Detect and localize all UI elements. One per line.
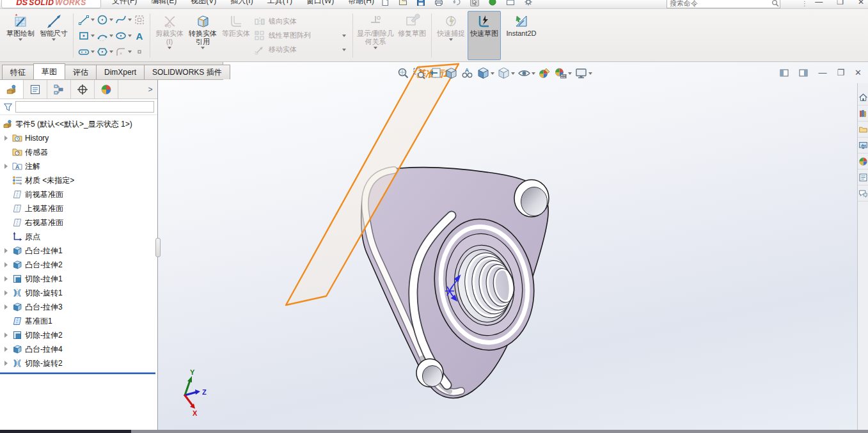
point-tool-icon[interactable] [133, 45, 146, 58]
display-style-dropdown-icon[interactable] [511, 72, 515, 75]
tree-item-material[interactable]: 材质 <未指定> [0, 173, 157, 187]
view-orientation-button[interactable] [476, 66, 495, 81]
slot-dropdown-icon[interactable] [91, 51, 95, 53]
tree-item-origin[interactable]: 原点 [0, 230, 157, 244]
line-dropdown-icon[interactable] [91, 19, 95, 21]
rapid-sketch-button[interactable]: 快速草图 [468, 11, 501, 60]
menu-view[interactable]: 视图(V) [191, 0, 216, 6]
custom-properties-tab[interactable] [858, 169, 868, 185]
configurationmanager-tab[interactable] [47, 80, 71, 98]
expand-arrow-icon[interactable] [3, 262, 10, 267]
solidworks-resources-tab[interactable] [858, 90, 868, 106]
pane-right-icon[interactable] [799, 68, 808, 77]
tree-item-boss-extrude4[interactable]: 凸台-拉伸4 [0, 342, 157, 356]
tree-item-sensors[interactable]: 传感器 [0, 145, 157, 159]
part-body[interactable] [361, 168, 549, 398]
zoom-to-area-icon[interactable] [413, 67, 426, 80]
ellipse-dropdown-icon[interactable] [128, 35, 132, 37]
design-library-tab[interactable] [858, 106, 868, 122]
tab-sketch[interactable]: 草图 [33, 63, 65, 79]
view-settings-button[interactable] [574, 66, 593, 81]
dimxpertmanager-tab[interactable] [71, 80, 95, 98]
circle-tool-icon[interactable] [96, 13, 109, 26]
arc-tool-icon[interactable] [96, 29, 109, 42]
options-gear-icon[interactable] [524, 0, 533, 6]
tab-solidworks-addins[interactable]: SOLIDWORKS 插件 [144, 65, 230, 79]
text-tool-icon[interactable]: A [133, 29, 146, 42]
tree-filter-input[interactable] [15, 101, 154, 113]
tab-dimxpert[interactable]: DimXpert [96, 65, 145, 79]
pattern-box-tool-icon[interactable] [133, 13, 146, 26]
polygon-tool-icon[interactable] [96, 45, 109, 58]
line-tool-icon[interactable] [77, 13, 90, 26]
rectangle-dropdown-icon[interactable] [91, 35, 95, 37]
expand-arrow-icon[interactable] [3, 164, 10, 169]
instant2d-button[interactable]: Instant2D [501, 11, 542, 60]
polygon-dropdown-icon[interactable] [109, 51, 113, 53]
sketch-dropdown-icon[interactable] [19, 38, 22, 41]
select-cursor-icon[interactable] [470, 0, 479, 6]
save-icon[interactable] [416, 0, 425, 6]
expand-arrow-icon[interactable] [3, 290, 10, 295]
tree-item-front-plane[interactable]: 前视基准面 [0, 187, 157, 201]
convert-dropdown-icon[interactable] [201, 47, 205, 49]
rebuild-icon[interactable] [488, 0, 497, 6]
window-icon[interactable] [506, 0, 515, 6]
display-style-button[interactable] [496, 66, 516, 81]
tree-item-annotations[interactable]: 注解 [0, 159, 157, 173]
tree-item-right-plane[interactable]: 右视基准面 [0, 216, 157, 230]
smart-dimension-button[interactable]: 智能尺寸 [37, 11, 70, 60]
rollback-bar[interactable] [0, 372, 155, 374]
close-button[interactable]: ✕ [858, 0, 864, 6]
sketch-button[interactable]: * 草图绘制 [4, 11, 37, 60]
expand-arrow-icon[interactable] [3, 248, 10, 253]
circle-dropdown-icon[interactable] [109, 19, 113, 21]
slot-tool-icon[interactable] [77, 45, 90, 58]
appearances-scenes-tab[interactable] [858, 154, 868, 169]
spline-dropdown-icon[interactable] [128, 19, 132, 21]
convert-entities-button[interactable]: 转换实体引用 [186, 11, 219, 60]
panel-splitter-handle[interactable] [155, 238, 161, 257]
tree-item-plane1[interactable]: 基准面1 [0, 314, 157, 328]
menu-tools[interactable]: 工具(T) [267, 0, 292, 6]
fillet-dropdown-icon[interactable] [128, 51, 132, 53]
tab-features[interactable]: 特征 [2, 65, 34, 79]
menu-insert[interactable]: 插入(I) [230, 0, 253, 6]
restore-button[interactable]: ❐ [837, 0, 844, 6]
graphics-area[interactable]: 基准面1 Y Z X A — ❐ ✕ [158, 62, 868, 430]
minimize-button[interactable]: — [815, 0, 823, 6]
rectangle-tool-icon[interactable] [77, 29, 90, 42]
menu-window[interactable]: 窗口(W) [306, 0, 334, 6]
ellipse-tool-icon[interactable] [114, 29, 127, 42]
arc-dropdown-icon[interactable] [109, 35, 113, 37]
open-file-icon[interactable] [398, 0, 407, 6]
tree-root-part[interactable]: 零件5 (默认<<默认>_显示状态 1>) [0, 117, 157, 131]
tree-item-cut-revolve1[interactable]: 切除-旋转1 [0, 286, 157, 300]
menu-edit[interactable]: 编辑(E) [151, 0, 177, 6]
mounting-hole-bottom[interactable] [416, 359, 443, 387]
doc-restore-button[interactable]: ❐ [837, 68, 844, 77]
view-annotations-icon[interactable]: A [461, 67, 474, 80]
expand-arrow-icon[interactable] [3, 304, 10, 310]
mounting-hole-top[interactable] [514, 180, 549, 217]
expand-arrow-icon[interactable] [3, 333, 10, 338]
view-settings-dropdown-icon[interactable] [588, 72, 592, 75]
tree-item-history[interactable]: History [0, 131, 157, 145]
featuremanager-tree-tab[interactable] [0, 80, 24, 98]
tree-item-boss-extrude1[interactable]: 凸台-拉伸1 [0, 244, 157, 258]
expand-arrow-icon[interactable] [3, 136, 10, 141]
apply-scene-dropdown-icon[interactable] [568, 72, 572, 75]
tree-item-boss-extrude3[interactable]: 凸台-拉伸3 [0, 300, 157, 314]
smart-dimension-dropdown-icon[interactable] [52, 38, 56, 41]
displaymanager-tab[interactable] [95, 80, 118, 98]
doc-close-button[interactable]: ✕ [855, 68, 862, 77]
view-palette-tab[interactable] [858, 138, 868, 154]
pane-left-icon[interactable] [780, 68, 789, 77]
tree-item-boss-extrude2[interactable]: 凸台-拉伸2 [0, 258, 157, 272]
tree-item-cut-revolve2[interactable]: 切除-旋转2 [0, 356, 157, 370]
print-icon[interactable] [434, 0, 443, 6]
filter-funnel-icon[interactable] [3, 102, 13, 112]
hide-show-dropdown-icon[interactable] [532, 72, 535, 75]
previous-view-icon[interactable] [429, 67, 442, 80]
section-view-icon[interactable] [445, 67, 458, 80]
